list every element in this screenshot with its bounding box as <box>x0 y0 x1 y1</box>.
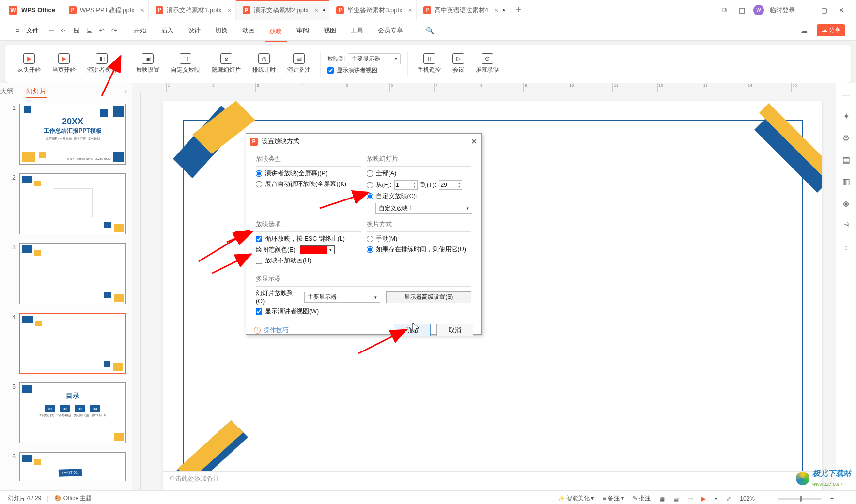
layout-icon[interactable]: ▤ <box>842 155 850 165</box>
operation-tips-link[interactable]: ! 操作技巧 <box>254 326 289 335</box>
gear-icon[interactable]: ⚙ <box>842 133 850 143</box>
monitor-advanced-button[interactable]: 显示器高级设置(S) <box>386 291 471 303</box>
show-settings-button[interactable]: ▣ 放映设置 <box>131 51 164 76</box>
custom-show-button[interactable]: ▢ 自定义放映 <box>166 51 205 76</box>
radio-timing[interactable]: 如果存在排练时间，则使用它(U) <box>367 245 472 254</box>
doc-tab-2[interactable]: P 演示文稿素材2.pptx × <box>236 0 330 20</box>
show-presenter-checkbox[interactable] <box>327 67 334 74</box>
multi-monitor-combo[interactable]: 主要显示器 ▾ <box>304 292 380 303</box>
radio-manual[interactable]: 手动(M) <box>367 235 472 243</box>
cancel-button[interactable]: 取消 <box>436 324 473 336</box>
hide-slide-button[interactable]: ⌀ 隐藏幻灯片 <box>207 51 246 76</box>
thumbnail-slide-1[interactable]: 20XX 工作总结汇报PPT模板 适用范围：年终总结 | 商务汇报 | 工作计划… <box>19 104 126 165</box>
share-button[interactable]: ☁ 分享 <box>817 24 845 36</box>
custom-show-combo[interactable]: 自定义放映 1 ▾ <box>375 203 472 214</box>
doc-tab-3[interactable]: P 毕业答辩素材3.pptx × <box>329 0 417 20</box>
minus-icon[interactable]: — <box>842 90 850 100</box>
pen-color-dropdown[interactable]: ▾ <box>327 245 335 254</box>
from-beginning-button[interactable]: ▶ 从头开始 <box>13 51 46 76</box>
radio-kiosk[interactable]: 展台自动循环放映(全屏幕)(K) <box>256 180 361 188</box>
search-icon[interactable]: 🔍 <box>425 26 434 35</box>
zoom-value[interactable]: 102% <box>740 495 755 502</box>
undo-icon[interactable]: ↶ <box>97 26 106 35</box>
check-loop[interactable]: 循环放映，按 ESC 键终止(L) <box>256 235 361 243</box>
brand-tab[interactable]: W WPS Office <box>0 0 62 20</box>
rehearse-button[interactable]: ◷ 排练计时 <box>248 51 280 76</box>
view-sorter-icon[interactable]: ▤ <box>673 495 679 502</box>
cloud-icon[interactable]: ☁ <box>800 26 809 35</box>
thumbnail-slide-4[interactable] <box>19 313 126 374</box>
diamond-icon[interactable]: ◈ <box>843 199 849 209</box>
login-text[interactable]: 临时登录 <box>770 6 795 15</box>
to-spinner[interactable]: 29▲▼ <box>439 180 462 190</box>
radio-all[interactable]: 全部(A) <box>367 169 472 178</box>
menu-design[interactable]: 设计 <box>183 23 205 38</box>
window-close-icon[interactable]: ✕ <box>837 6 846 15</box>
new-slide-icon[interactable]: ▭ <box>47 26 56 35</box>
more-icon[interactable]: ⋮ <box>842 242 850 252</box>
comments-toggle[interactable]: ✎ 批注 <box>633 494 651 503</box>
tablet-icon[interactable]: ⧉ <box>720 6 729 15</box>
meeting-button[interactable]: ▷ 会议 <box>448 51 469 76</box>
thumbnail-list[interactable]: 1 20XX 工作总结汇报PPT模板 适用范围：年终总结 | 商务汇报 | 工作… <box>0 101 132 490</box>
pen-color-swatch[interactable] <box>300 245 327 254</box>
doc-tab-0[interactable]: P WPS PPT教程.pptx × <box>62 0 149 20</box>
speaker-notes-button[interactable]: ▤ 演讲备注 <box>282 51 315 76</box>
thumbnail-slide-5[interactable]: 目录 01 02 03 04 工作完成情况 工作完成情况 完成项目汇报 明年工作… <box>19 382 126 443</box>
menu-member[interactable]: 会员专享 <box>373 23 408 38</box>
menu-view[interactable]: 视图 <box>319 23 341 38</box>
fit-icon[interactable]: ⤢ <box>726 495 731 502</box>
menu-tools[interactable]: 工具 <box>346 23 368 38</box>
close-icon[interactable]: × <box>314 6 318 14</box>
radio-custom[interactable]: 自定义放映(C): <box>367 192 472 200</box>
close-icon[interactable]: × <box>227 6 231 14</box>
slideshow-icon[interactable]: ▶ <box>701 495 706 502</box>
phone-remote-button[interactable]: ▯ 手机遥控 <box>413 51 446 76</box>
clip-icon[interactable]: ⎘ <box>844 220 849 230</box>
file-menu[interactable]: ≡ 文件 <box>6 20 45 40</box>
speaker-notes-input[interactable]: 单击此处添加备注 <box>163 471 822 490</box>
sparkle-icon[interactable]: ✦ <box>843 111 850 122</box>
view-reading-icon[interactable]: ▭ <box>687 495 693 502</box>
menu-show[interactable]: 放映 <box>265 24 287 42</box>
close-icon[interactable]: × <box>494 6 498 14</box>
thumbnail-slide-2[interactable] <box>19 173 126 234</box>
from-spinner[interactable]: 1▲▼ <box>394 180 418 190</box>
open-icon[interactable]: ᯤ <box>60 26 68 35</box>
radio-from-to[interactable]: 从(F): 1▲▼ 到(T): 29▲▼ <box>367 180 472 190</box>
new-tab-button[interactable]: + <box>509 5 528 15</box>
maximize-icon[interactable]: ▢ <box>820 6 828 15</box>
presenter-view-button[interactable]: ◧ 演讲者视图 <box>82 51 121 76</box>
view-normal-icon[interactable]: ▦ <box>659 495 665 502</box>
notes-toggle[interactable]: ≡ 备注 ▾ <box>603 494 624 503</box>
thumbnail-slide-3[interactable] <box>19 243 126 304</box>
menu-start[interactable]: 开始 <box>129 23 151 38</box>
beautify-button[interactable]: ✨ 智能美化 ▾ <box>558 494 594 503</box>
check-presenter-view[interactable]: 显示演讲者视图(W) <box>256 307 471 316</box>
doc-tab-1[interactable]: P 演示文稿素材1.pptx × <box>149 0 236 20</box>
collapse-icon[interactable]: ‹ <box>125 87 127 98</box>
redo-icon[interactable]: ↷ <box>110 26 119 35</box>
from-current-button[interactable]: ▶ 当页开始 <box>47 51 80 76</box>
zoom-slider[interactable] <box>778 498 822 500</box>
monitor-dropdown[interactable]: 主要显示器 ▾ <box>348 53 401 64</box>
doc-tab-4[interactable]: P 高中英语语法素材4 × <box>417 0 509 20</box>
close-icon[interactable]: × <box>408 6 412 14</box>
zoom-in-icon[interactable]: + <box>830 495 834 502</box>
tab-outline[interactable]: 大纲 <box>0 87 14 98</box>
radio-presenter[interactable]: 演讲者放映(全屏幕)(P) <box>256 169 361 178</box>
avatar[interactable]: W <box>753 5 764 15</box>
cube-icon[interactable]: ◳ <box>737 6 746 15</box>
check-no-anim[interactable]: 放映不加动画(H) <box>256 257 361 265</box>
fullscreen-icon[interactable]: ⛶ <box>842 495 848 502</box>
dialog-titlebar[interactable]: P 设置放映方式 ✕ <box>246 134 481 150</box>
minimize-icon[interactable]: — <box>802 6 811 15</box>
menu-anim[interactable]: 动画 <box>237 23 260 38</box>
menu-trans[interactable]: 切换 <box>210 23 233 38</box>
menu-review[interactable]: 审阅 <box>292 23 314 38</box>
template-icon[interactable]: ▥ <box>842 177 850 187</box>
close-icon[interactable]: × <box>140 6 144 14</box>
zoom-out-icon[interactable]: — <box>763 495 769 502</box>
dialog-close-button[interactable]: ✕ <box>471 137 477 146</box>
print-icon[interactable]: 🖶 <box>85 26 93 35</box>
